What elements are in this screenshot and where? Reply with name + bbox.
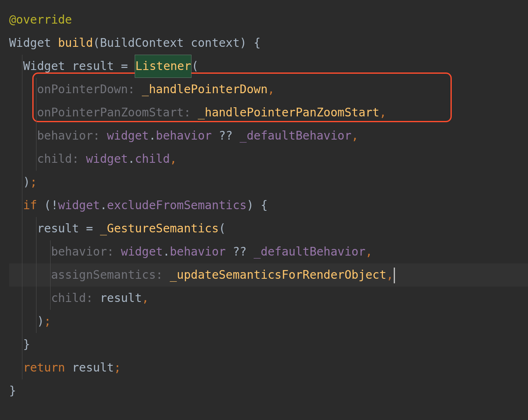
token: } xyxy=(23,338,30,351)
token: if xyxy=(23,198,44,212)
indent-guide xyxy=(22,333,22,356)
indent xyxy=(9,222,37,235)
indent-guide xyxy=(36,240,36,263)
token: widget xyxy=(121,245,163,258)
token: ) { xyxy=(247,198,268,212)
token: child xyxy=(37,152,72,166)
token: ; xyxy=(30,175,37,189)
indent-guide xyxy=(22,263,22,287)
token: @override xyxy=(9,13,72,27)
indent-guide xyxy=(22,55,22,78)
token: . xyxy=(128,152,135,166)
indent-guide xyxy=(36,101,36,124)
token: : xyxy=(93,129,107,142)
indent xyxy=(9,245,51,258)
token: , xyxy=(351,129,358,142)
token: behavior xyxy=(51,245,107,258)
token: : xyxy=(128,82,142,96)
indent-guide xyxy=(22,124,22,147)
code-line[interactable]: child: result, xyxy=(9,287,528,310)
code-line[interactable]: behavior: widget.behavior ?? _defaultBeh… xyxy=(9,240,528,263)
code-editor[interactable]: @overrideWidget build(BuildContext conte… xyxy=(0,0,528,411)
indent-guide xyxy=(22,78,22,101)
token: return xyxy=(23,361,72,374)
token: build xyxy=(58,36,93,50)
token: _updateSemanticsForRenderObject xyxy=(170,268,387,282)
token: excludeFromSemantics xyxy=(107,198,247,212)
code-line[interactable]: } xyxy=(9,379,528,403)
token: , xyxy=(366,245,373,258)
code-line[interactable]: child: widget.child, xyxy=(9,147,528,171)
token: ?? xyxy=(226,245,254,258)
token: ( xyxy=(219,222,226,235)
indent-guide xyxy=(50,287,51,310)
token: : xyxy=(184,106,198,119)
token: child xyxy=(135,152,170,166)
indent-guide xyxy=(36,124,36,147)
token: _handlePointerPanZoomStart xyxy=(198,106,379,119)
token: , xyxy=(268,82,275,96)
code-line[interactable]: } xyxy=(9,333,528,356)
indent xyxy=(9,152,37,166)
token: (! xyxy=(44,198,58,212)
token: ) { xyxy=(240,36,261,50)
token: widget xyxy=(58,198,100,212)
code-line[interactable]: result = _GestureSemantics( xyxy=(9,217,528,240)
indent-guide xyxy=(22,287,22,310)
indent xyxy=(9,106,37,119)
token: _defaultBehavior xyxy=(240,129,351,142)
token: widget xyxy=(86,152,128,166)
token: result xyxy=(100,291,142,305)
token: assignSemantics xyxy=(51,268,156,282)
indent xyxy=(9,175,23,189)
token: . xyxy=(100,198,107,212)
indent xyxy=(9,291,51,305)
code-line[interactable]: onPointerPanZoomStart: _handlePointerPan… xyxy=(9,101,528,124)
code-block[interactable]: @overrideWidget build(BuildContext conte… xyxy=(9,8,528,403)
token: ; xyxy=(44,314,51,328)
token: Listener xyxy=(135,59,191,73)
indent-guide xyxy=(36,310,36,333)
token: . xyxy=(163,245,170,258)
token: _defaultBehavior xyxy=(254,245,366,258)
token: ) xyxy=(23,175,30,189)
indent xyxy=(9,361,23,374)
code-line[interactable]: @override xyxy=(9,8,528,31)
code-line[interactable]: if (!widget.excludeFromSemantics) { xyxy=(9,194,528,217)
token: result xyxy=(72,59,121,73)
token: , xyxy=(170,152,177,166)
token: ( xyxy=(191,59,199,73)
token: result xyxy=(72,361,114,374)
usage-highlight: Listener xyxy=(135,55,191,78)
token: ?? xyxy=(212,129,240,142)
token: result xyxy=(37,222,86,235)
code-line[interactable]: return result; xyxy=(9,356,528,379)
token: } xyxy=(9,384,16,398)
code-line[interactable]: assignSemantics: _updateSemanticsForRend… xyxy=(9,263,528,287)
indent-guide xyxy=(36,217,36,240)
indent xyxy=(9,129,37,142)
indent xyxy=(9,314,37,328)
indent-guide xyxy=(22,356,22,379)
indent-guide xyxy=(22,194,22,217)
code-line[interactable]: behavior: widget.behavior ?? _defaultBeh… xyxy=(9,124,528,147)
token: context xyxy=(191,36,240,50)
indent-guide xyxy=(36,263,36,287)
code-line[interactable]: onPointerDown: _handlePointerDown, xyxy=(9,78,528,101)
token: Widget xyxy=(23,59,72,73)
token: child xyxy=(51,291,86,305)
token: ) xyxy=(37,314,44,328)
token: . xyxy=(149,129,156,142)
code-line[interactable]: ); xyxy=(9,171,528,194)
indent-guide xyxy=(22,171,22,194)
indent-guide xyxy=(22,310,22,333)
indent-guide xyxy=(36,287,36,310)
token: ; xyxy=(114,361,121,374)
indent xyxy=(9,59,23,73)
code-line[interactable]: ); xyxy=(9,310,528,333)
code-line[interactable]: Widget result = Listener( xyxy=(9,55,528,78)
indent xyxy=(9,82,37,96)
indent-guide xyxy=(36,78,36,101)
token: BuildContext xyxy=(100,36,191,50)
code-line[interactable]: Widget build(BuildContext context) { xyxy=(9,31,528,55)
